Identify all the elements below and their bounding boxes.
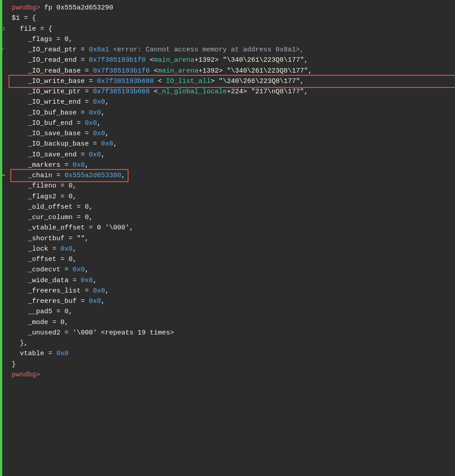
line-12: _IO_buf_end = 0x0, bbox=[0, 118, 455, 128]
line-16: _markers = 0x0, bbox=[0, 160, 455, 170]
content-25: _offset = 0, bbox=[10, 254, 455, 265]
line-4: _flags = 0, bbox=[0, 34, 455, 45]
line-33: }, bbox=[0, 338, 455, 348]
content-11: _IO_buf_base = 0x0, bbox=[10, 108, 455, 118]
line-13: _IO_save_base = 0x0, bbox=[0, 128, 455, 139]
line-25: _offset = 0, bbox=[0, 254, 455, 265]
gutter-3: o bbox=[0, 24, 10, 34]
content-3: file = { bbox=[10, 24, 455, 34]
line-18: _fileno = 0, bbox=[0, 181, 455, 191]
terminal: pwndbg> fp 0x555a2d653290 $1 = { o file … bbox=[0, 0, 455, 476]
content-34: vtable = 0x0 bbox=[10, 348, 455, 359]
line-10: _IO_write_end = 0x0, bbox=[0, 97, 455, 107]
content-22: _vtable_offset = 0 '\000', bbox=[10, 223, 455, 233]
content-12: _IO_buf_end = 0x0, bbox=[10, 118, 455, 128]
line-26: _codecvt = 0x0, bbox=[0, 265, 455, 275]
content-10: _IO_write_end = 0x0, bbox=[10, 97, 455, 107]
content-28: _freeres_list = 0x0, bbox=[10, 286, 455, 296]
bottom-prompt: pwndbg> bbox=[12, 371, 40, 379]
line-7: _IO_read_base = 0x7f385193b1f0 <main_are… bbox=[0, 66, 455, 76]
prompt-cmd: fp 0x555a2d653290 bbox=[40, 4, 113, 12]
line-8: _IO_write_base = 0x7f385193b680 < IO_lis… bbox=[0, 76, 455, 87]
content-21: _cur_column = 0, bbox=[10, 212, 455, 223]
line-35: } bbox=[0, 359, 455, 370]
line-31: _mode = 0, bbox=[0, 317, 455, 328]
content-18: _fileno = 0, bbox=[10, 181, 455, 191]
content-24: _lock = 0x0, bbox=[10, 244, 455, 254]
line-28: _freeres_list = 0x0, bbox=[0, 286, 455, 296]
line-24: _lock = 0x0, bbox=[0, 244, 455, 254]
prompt-label: pwndbg> bbox=[12, 4, 40, 12]
line-9: _IO_write_ptr = 0x7f385193b660 <_nl_glob… bbox=[0, 87, 455, 97]
content-29: _freeres_buf = 0x0, bbox=[10, 296, 455, 307]
line-2: $1 = { bbox=[0, 13, 455, 23]
line-3: o file = { bbox=[0, 24, 455, 34]
line-15: _IO_save_end = 0x0, bbox=[0, 150, 455, 160]
line-19: _flags2 = 0, bbox=[0, 192, 455, 202]
content-30: __pad5 = 0, bbox=[10, 307, 455, 317]
content-32: _unused2 = '\000' <repeats 19 times> bbox=[10, 328, 455, 338]
content-31: _mode = 0, bbox=[10, 317, 455, 328]
line-6: _IO_read_end = 0x7f385193b1f0 <main_aren… bbox=[0, 55, 455, 65]
line-1: pwndbg> fp 0x555a2d653290 bbox=[0, 3, 455, 13]
content-14: _IO_backup_base = 0x0, bbox=[10, 139, 455, 149]
line-17: ─ _chain = 0x555a2d653380, bbox=[0, 170, 455, 181]
line-29: _freeres_buf = 0x0, bbox=[0, 296, 455, 307]
content-15: _IO_save_end = 0x0, bbox=[10, 150, 455, 160]
content-26: _codecvt = 0x0, bbox=[10, 265, 455, 275]
content-27: _wide_data = 0x0, bbox=[10, 275, 455, 286]
content-1: pwndbg> fp 0x555a2d653290 bbox=[10, 3, 455, 13]
gutter-5: r bbox=[0, 45, 10, 55]
line-30: __pad5 = 0, bbox=[0, 307, 455, 317]
content-33: }, bbox=[10, 338, 455, 348]
content-8: _IO_write_base = 0x7f385193b680 < IO_lis… bbox=[10, 76, 455, 87]
content-13: _IO_save_base = 0x0, bbox=[10, 128, 455, 139]
content-16: _markers = 0x0, bbox=[10, 160, 455, 170]
line-32: _unused2 = '\000' <repeats 19 times> bbox=[0, 328, 455, 338]
content-35: } bbox=[10, 359, 455, 370]
content-23: _shortbuf = "", bbox=[10, 233, 455, 244]
content-9: _IO_write_ptr = 0x7f385193b660 <_nl_glob… bbox=[10, 87, 455, 97]
content-6: _IO_read_end = 0x7f385193b1f0 <main_aren… bbox=[10, 55, 455, 65]
content-20: _old_offset = 0, bbox=[10, 202, 455, 212]
content-2: $1 = { bbox=[10, 13, 455, 23]
line-23: _shortbuf = "", bbox=[0, 233, 455, 244]
content-7: _IO_read_base = 0x7f385193b1f0 <main_are… bbox=[10, 66, 455, 76]
line-14: _IO_backup_base = 0x0, bbox=[0, 139, 455, 149]
content-19: _flags2 = 0, bbox=[10, 192, 455, 202]
line-21: _cur_column = 0, bbox=[0, 212, 455, 223]
line-5: r _IO_read_ptr = 0x8a1 <error: Cannot ac… bbox=[0, 45, 455, 55]
line-11: _IO_buf_base = 0x0, bbox=[0, 108, 455, 118]
content-5: _IO_read_ptr = 0x8a1 <error: Cannot acce… bbox=[10, 45, 455, 55]
line-22: _vtable_offset = 0 '\000', bbox=[0, 223, 455, 233]
line-27: _wide_data = 0x0, bbox=[0, 275, 455, 286]
line-36[interactable]: pwndbg> bbox=[0, 370, 455, 380]
line-20: _old_offset = 0, bbox=[0, 202, 455, 212]
content-4: _flags = 0, bbox=[10, 34, 455, 45]
line-34: vtable = 0x0 bbox=[0, 348, 455, 359]
content-17: _chain = 0x555a2d653380, bbox=[10, 170, 455, 181]
gutter-17: ─ bbox=[0, 170, 10, 181]
content-36: pwndbg> bbox=[10, 370, 455, 380]
